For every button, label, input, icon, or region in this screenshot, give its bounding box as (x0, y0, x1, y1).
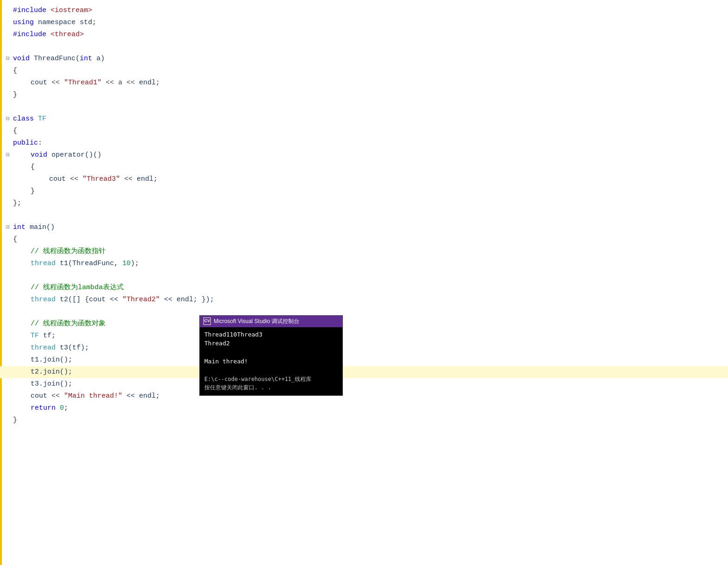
console-line-5 (204, 366, 338, 375)
code-content-20: { (12, 234, 728, 246)
code-line-9 (0, 101, 728, 113)
code-line-20: { (0, 234, 728, 246)
code-line-15: cout << "Thread3" << endl; (0, 173, 728, 185)
code-line-25: thread t2([] {cout << "Thread2" << endl;… (0, 294, 728, 306)
code-line-17: }; (0, 197, 728, 209)
code-line-5: ⊟void ThreadFunc(int a) (0, 53, 728, 65)
code-line-24: // 线程函数为lambda表达式 (0, 282, 728, 294)
code-content-16: } (12, 185, 728, 197)
code-content-27: // 线程函数为函数对象 (12, 318, 728, 330)
code-content-19: int main() (12, 222, 728, 234)
code-content-1: #include <iostream> (12, 5, 728, 17)
code-line-33: cout << "Main thread!" << endl; (0, 390, 728, 402)
fold-indicator-13[interactable]: ⊟ (4, 149, 12, 161)
code-content-14: { (12, 161, 728, 173)
console-line-4: Main thread! (204, 357, 338, 366)
code-line-3: #include <thread> (0, 29, 728, 41)
code-line-23 (0, 270, 728, 282)
code-line-28: TF tf; (0, 330, 728, 342)
code-content-25: thread t2([] {cout << "Thread2" << endl;… (12, 294, 728, 306)
code-content-33: cout << "Main thread!" << endl; (12, 390, 728, 402)
console-popup[interactable]: CV Microsoft Visual Studio 调试控制台 Thread1… (199, 315, 343, 396)
code-content-5: void ThreadFunc(int a) (12, 53, 728, 65)
code-line-21: // 线程函数为函数指针 (0, 246, 728, 258)
fold-indicator-10[interactable]: ⊟ (4, 113, 12, 125)
code-content-17: }; (12, 197, 728, 209)
code-line-1: #include <iostream> (0, 5, 728, 17)
code-line-13: ⊟void operator()() (0, 149, 728, 161)
code-content-22: thread t1(ThreadFunc, 10); (12, 258, 728, 270)
code-line-35: } (0, 414, 728, 426)
console-line-1: Thread110Thread3 (204, 330, 338, 339)
code-content-10: class TF (12, 113, 728, 125)
code-line-11: { (0, 125, 728, 137)
code-content-7: cout << "Thread1" << a << endl; (12, 77, 728, 89)
code-content-24: // 线程函数为lambda表达式 (12, 282, 728, 294)
code-line-6: { (0, 65, 728, 77)
code-content-30: t1.join(); (12, 354, 728, 366)
code-line-16: } (0, 185, 728, 197)
fold-indicator-5[interactable]: ⊟ (4, 53, 12, 65)
code-line-26 (0, 306, 728, 318)
code-content-28: TF tf; (12, 330, 728, 342)
console-line-6: E:\c--code-warehouse\C++11_线程库 (204, 375, 338, 383)
code-content-3: #include <thread> (12, 29, 728, 41)
console-line-3 (204, 348, 338, 357)
console-line-7: 按任意键关闭此窗口. . . (204, 383, 338, 392)
code-line-14: { (0, 161, 728, 173)
code-content-31: t2.join(); (12, 366, 728, 378)
code-line-8: } (0, 89, 728, 101)
code-content-21: // 线程函数为函数指针 (12, 246, 728, 258)
code-content-11: { (12, 125, 728, 137)
code-content-8: } (12, 89, 728, 101)
code-line-2: using namespace std; (0, 17, 728, 29)
code-line-34: return 0; (0, 402, 728, 414)
code-line-30: t1.join(); (0, 354, 728, 366)
code-line-19: ⊟int main() (0, 222, 728, 234)
code-content-32: t3.join(); (12, 378, 728, 390)
code-content-34: return 0; (12, 402, 728, 414)
console-title: Microsoft Visual Studio 调试控制台 (214, 317, 299, 326)
code-line-10: ⊟class TF (0, 113, 728, 125)
console-body: Thread110Thread3 Thread2 Main thread! E:… (200, 327, 342, 396)
vs-icon: CV (203, 317, 211, 325)
code-line-22: thread t1(ThreadFunc, 10); (0, 258, 728, 270)
code-content-35: } (12, 414, 728, 426)
code-line-12: public: (0, 137, 728, 149)
code-line-4 (0, 41, 728, 53)
console-titlebar: CV Microsoft Visual Studio 调试控制台 (200, 316, 342, 327)
code-line-27: // 线程函数为函数对象 (0, 318, 728, 330)
console-line-2: Thread2 (204, 339, 338, 348)
code-line-32: t3.join(); (0, 378, 728, 390)
code-line-31: t2.join(); (0, 366, 728, 378)
code-editor: #include <iostream>using namespace std;#… (0, 0, 728, 565)
code-line-18 (0, 209, 728, 222)
code-content-6: { (12, 65, 728, 77)
code-content-13: void operator()() (12, 149, 728, 161)
code-content-15: cout << "Thread3" << endl; (12, 173, 728, 185)
code-line-29: thread t3(tf); (0, 342, 728, 354)
code-line-7: cout << "Thread1" << a << endl; (0, 77, 728, 89)
code-content-2: using namespace std; (12, 17, 728, 29)
fold-indicator-19[interactable]: ⊟ (4, 222, 12, 234)
code-content-29: thread t3(tf); (12, 342, 728, 354)
code-content-12: public: (12, 137, 728, 149)
